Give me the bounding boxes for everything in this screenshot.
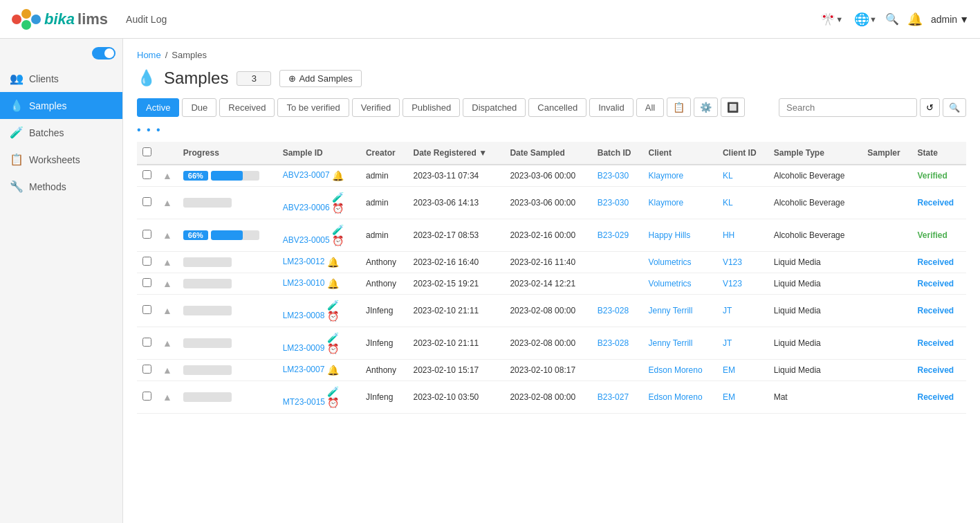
sample-id-link[interactable]: LM23-0008: [283, 311, 325, 320]
global-search-button[interactable]: 🔍: [885, 12, 899, 26]
sidebar-item-worksheets[interactable]: 📋 Worksheets: [0, 146, 122, 173]
sample-id-link[interactable]: LM23-0012: [283, 257, 325, 266]
sample-id-link[interactable]: LM23-0007: [283, 365, 325, 374]
sample-id-link[interactable]: ABV23-0005: [283, 235, 330, 245]
row-client-link[interactable]: Klaymore: [649, 171, 684, 181]
search-submit-button[interactable]: 🔍: [943, 98, 966, 117]
row-client-link[interactable]: Happy Hills: [649, 230, 691, 240]
row-up-arrow[interactable]: ▲: [163, 392, 172, 403]
header-right: 🎌 ▼ 🌐 ▼ 🔍 🔔 admin ▼: [817, 9, 969, 30]
row-up-arrow[interactable]: ▲: [163, 230, 172, 241]
tab-to-be-verified[interactable]: To be verified: [277, 98, 349, 117]
row-batch-id-link[interactable]: B23-028: [598, 306, 629, 315]
row-client-link[interactable]: Jenny Terrill: [649, 306, 693, 315]
globe-icon-button[interactable]: 🌐 ▼: [851, 9, 880, 30]
row-batch-id-link[interactable]: B23-030: [598, 171, 629, 181]
logo[interactable]: bika lims: [11, 7, 108, 32]
row-client-link[interactable]: Jenny Terrill: [649, 338, 693, 348]
tab-received[interactable]: Received: [219, 98, 275, 117]
sidebar-toggle-switch[interactable]: [92, 47, 115, 59]
tab-verified[interactable]: Verified: [352, 98, 400, 117]
row-up-arrow[interactable]: ▲: [163, 338, 172, 349]
svg-point-0: [12, 15, 21, 24]
row-checkbox[interactable]: [142, 392, 151, 401]
row-up-arrow[interactable]: ▲: [163, 305, 172, 316]
tab-cancelled[interactable]: Cancelled: [528, 98, 586, 117]
sample-id-link[interactable]: MT23-0015: [283, 397, 325, 407]
sidebar-item-clients[interactable]: 👥 Clients: [0, 65, 122, 92]
tab-published[interactable]: Published: [403, 98, 460, 117]
row-checkbox[interactable]: [142, 305, 151, 314]
add-samples-button[interactable]: ⊕ Add Samples: [279, 70, 361, 87]
row-batch-id-cell: B23-030: [592, 187, 643, 219]
row-checkbox[interactable]: [142, 257, 151, 266]
row-batch-id-link[interactable]: B23-029: [598, 230, 629, 240]
row-client-id-link[interactable]: V123: [723, 279, 742, 288]
row-date-registered-cell: 2023-02-17 08:53: [407, 219, 504, 252]
search-reset-button[interactable]: ↺: [920, 98, 940, 117]
row-up-arrow[interactable]: ▲: [163, 278, 172, 289]
row-checkbox[interactable]: [142, 338, 151, 347]
admin-menu-button[interactable]: admin ▼: [931, 14, 969, 25]
breadcrumb-home[interactable]: Home: [137, 50, 161, 60]
row-date-registered-cell: 2023-02-10 15:17: [407, 360, 504, 381]
sample-id-link[interactable]: ABV23-0007: [283, 170, 330, 180]
row-client-id-link[interactable]: EM: [723, 365, 735, 375]
sample-id-link[interactable]: ABV23-0006: [283, 203, 330, 212]
row-batch-id-link[interactable]: B23-027: [598, 392, 629, 402]
tab-due[interactable]: Due: [182, 98, 216, 117]
methods-icon: 🔧: [10, 180, 24, 193]
select-all-checkbox[interactable]: [142, 147, 151, 156]
sample-icon-tube: 🧪: [327, 386, 339, 397]
row-up-arrow[interactable]: ▲: [163, 257, 172, 268]
filter-icon-btn-3[interactable]: 🔲: [721, 98, 745, 117]
notifications-button[interactable]: 🔔: [905, 9, 925, 30]
tab-invalid[interactable]: Invalid: [589, 98, 634, 117]
row-checkbox[interactable]: [142, 230, 151, 239]
row-client-link[interactable]: Volumetrics: [649, 279, 692, 288]
flag-icon-button[interactable]: 🎌 ▼: [817, 9, 846, 30]
sidebar-item-batches[interactable]: 🧪 Batches: [0, 119, 122, 146]
row-client-id-link[interactable]: KL: [723, 198, 733, 208]
row-client-link[interactable]: Klaymore: [649, 198, 684, 208]
row-sampler-cell: [862, 381, 912, 414]
row-client-id-link[interactable]: KL: [723, 171, 733, 181]
sample-id-link[interactable]: LM23-0010: [283, 278, 325, 288]
sample-icon-tube: 🧪: [332, 224, 344, 235]
header-date-registered[interactable]: Date Registered ▼: [407, 142, 504, 165]
row-creator: JInfeng: [366, 338, 393, 348]
row-up-arrow[interactable]: ▲: [163, 197, 172, 208]
row-client-link[interactable]: Edson Moreno: [649, 392, 703, 402]
tab-all[interactable]: All: [636, 98, 664, 117]
row-client-link[interactable]: Volumetrics: [649, 257, 692, 267]
row-client-id-link[interactable]: JT: [723, 338, 732, 348]
sidebar-item-methods[interactable]: 🔧 Methods: [0, 173, 122, 200]
row-date-registered-cell: 2023-02-10 21:11: [407, 295, 504, 327]
tab-active[interactable]: Active: [137, 98, 179, 117]
row-client-id-link[interactable]: HH: [723, 230, 734, 240]
filter-icon-btn-2[interactable]: ⚙️: [694, 98, 718, 117]
row-client-id-link[interactable]: EM: [723, 392, 735, 402]
row-checkbox[interactable]: [142, 278, 151, 287]
count-input[interactable]: [237, 71, 271, 86]
sample-icon-placeholder: 🧪 ⏰: [327, 300, 340, 322]
tab-dispatched[interactable]: Dispatched: [463, 98, 526, 117]
row-client-link[interactable]: Edson Moreno: [649, 365, 703, 375]
row-batch-id-link[interactable]: B23-030: [598, 198, 629, 208]
row-up-arrow[interactable]: ▲: [163, 170, 172, 181]
row-up-arrow[interactable]: ▲: [163, 365, 172, 376]
row-client-id-link[interactable]: JT: [723, 306, 732, 315]
row-client-id-link[interactable]: V123: [723, 257, 742, 267]
filter-icon-btn-1[interactable]: 📋: [667, 98, 691, 117]
more-options-button[interactable]: • • •: [137, 124, 162, 136]
row-date-registered: 2023-02-10 15:17: [413, 365, 479, 375]
sample-id-link[interactable]: LM23-0009: [283, 343, 325, 353]
audit-log-link[interactable]: Audit Log: [126, 14, 167, 25]
sidebar: 👥 Clients 💧 Samples 🧪 Batches 📋 Workshee…: [0, 39, 123, 523]
row-checkbox[interactable]: [142, 365, 151, 374]
row-checkbox[interactable]: [142, 197, 151, 206]
row-batch-id-link[interactable]: B23-028: [598, 338, 629, 348]
sidebar-item-samples[interactable]: 💧 Samples: [0, 92, 122, 119]
row-checkbox[interactable]: [142, 170, 151, 179]
search-input[interactable]: [779, 98, 917, 117]
